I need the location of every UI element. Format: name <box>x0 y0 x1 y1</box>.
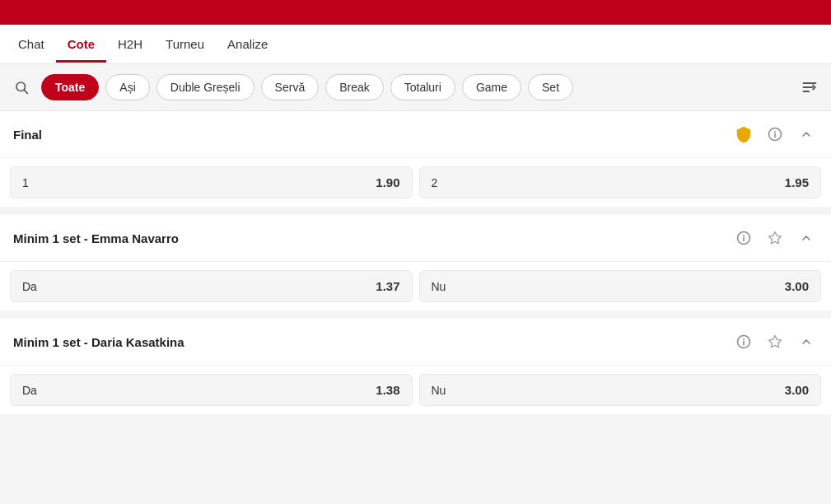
sort-icon[interactable] <box>796 74 823 100</box>
filter-btn-set[interactable]: Set <box>528 74 573 100</box>
bet-item[interactable]: Nu3.00 <box>419 270 822 302</box>
bet-label: Da <box>22 280 37 293</box>
section-final: Final 11.9021.95 <box>0 111 831 207</box>
bet-label: Nu <box>432 280 446 293</box>
star-icon[interactable] <box>763 226 787 250</box>
bet-odd: 3.00 <box>785 279 809 293</box>
filter-btn-game[interactable]: Game <box>462 74 521 100</box>
match-header <box>0 0 831 25</box>
svg-marker-15 <box>769 336 782 348</box>
collapse-icon[interactable] <box>795 330 818 353</box>
search-icon[interactable] <box>8 74 35 100</box>
section-minim1set-daria: Minim 1 set - Daria Kasatkina Da1.38Nu3.… <box>0 319 831 414</box>
bet-odd: 1.38 <box>376 383 399 397</box>
info-icon[interactable] <box>732 330 755 353</box>
bet-item[interactable]: Da1.37 <box>10 270 413 302</box>
shield-icon[interactable] <box>732 123 755 146</box>
bet-item[interactable]: 21.95 <box>419 166 822 198</box>
tab-turneu[interactable]: Turneu <box>154 26 216 63</box>
bet-label: Nu <box>432 384 446 397</box>
section-title-final: Final <box>13 128 732 142</box>
section-minim1set-emma: Minim 1 set - Emma Navarro Da1.37Nu3.00 <box>0 215 831 310</box>
collapse-icon[interactable] <box>795 226 818 250</box>
info-icon[interactable] <box>763 123 787 146</box>
filter-btn-duble-greseli[interactable]: Duble Greșeli <box>156 74 254 100</box>
section-icons-final <box>732 123 818 146</box>
bet-odd: 1.95 <box>785 175 809 189</box>
bet-label: Da <box>22 384 37 397</box>
bet-odd: 1.90 <box>376 175 399 189</box>
section-header-minim1set-daria: Minim 1 set - Daria Kasatkina <box>0 319 831 366</box>
tab-cote[interactable]: Cote <box>56 26 106 63</box>
bet-item[interactable]: Da1.38 <box>10 374 413 406</box>
tab-h2h[interactable]: H2H <box>106 26 154 63</box>
tab-chat[interactable]: Chat <box>7 26 56 63</box>
filter-btn-totaluri[interactable]: Totaluri <box>390 74 455 100</box>
filter-btn-break[interactable]: Break <box>325 74 384 100</box>
filter-bar: ToateAșiDuble GreșeliServăBreakTotaluriG… <box>0 64 831 111</box>
content-area: Final 11.9021.95Minim 1 set - Emma Navar… <box>0 111 831 414</box>
svg-line-1 <box>24 90 27 93</box>
bet-row-minim1set-daria: Da1.38Nu3.00 <box>0 366 831 414</box>
filter-btn-asi[interactable]: Ași <box>105 74 149 100</box>
section-title-minim1set-emma: Minim 1 set - Emma Navarro <box>13 231 732 245</box>
nav-tabs: ChatCoteH2HTurneuAnalize <box>0 25 831 64</box>
bet-odd: 3.00 <box>785 383 809 397</box>
section-icons-minim1set-daria <box>732 330 818 353</box>
bet-label: 2 <box>432 176 438 189</box>
section-header-minim1set-emma: Minim 1 set - Emma Navarro <box>0 215 831 262</box>
filter-btn-toate[interactable]: Toate <box>41 74 99 100</box>
bet-item[interactable]: Nu3.00 <box>419 374 822 406</box>
bet-row-minim1set-emma: Da1.37Nu3.00 <box>0 262 831 310</box>
bet-row-final: 11.9021.95 <box>0 158 831 207</box>
info-icon[interactable] <box>732 226 755 250</box>
filter-btn-serva[interactable]: Servă <box>261 74 320 100</box>
tab-analize[interactable]: Analize <box>216 26 279 63</box>
star-icon[interactable] <box>763 330 787 353</box>
section-icons-minim1set-emma <box>732 226 818 250</box>
section-header-final: Final <box>0 111 831 158</box>
collapse-icon[interactable] <box>795 123 818 146</box>
bet-odd: 1.37 <box>376 279 399 293</box>
svg-marker-11 <box>769 232 782 244</box>
section-title-minim1set-daria: Minim 1 set - Daria Kasatkina <box>13 335 732 349</box>
bet-label: 1 <box>22 176 29 189</box>
bet-item[interactable]: 11.90 <box>10 166 413 198</box>
